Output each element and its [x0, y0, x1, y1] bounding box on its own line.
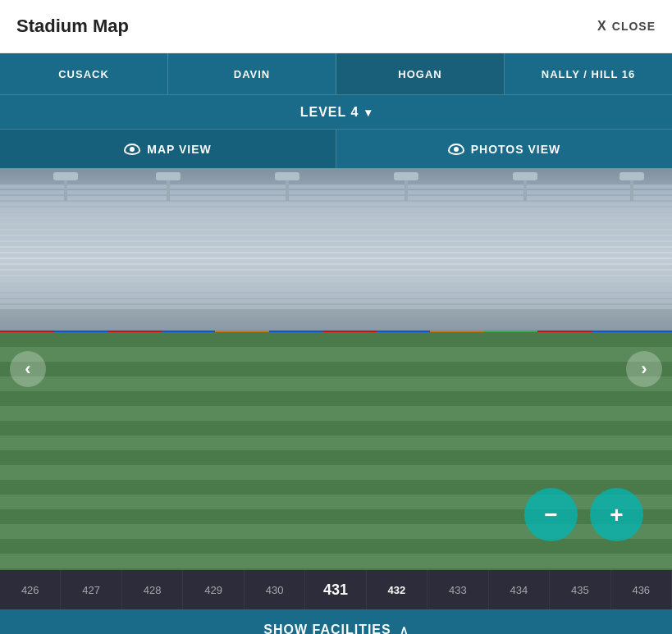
close-button[interactable]: X CLOSE [597, 19, 656, 34]
seat-number-435[interactable]: 435 [550, 570, 610, 609]
floodlight-3 [271, 172, 304, 197]
seat-number-434[interactable]: 434 [489, 570, 550, 609]
seat-row [0, 230, 672, 235]
pitch [0, 332, 672, 570]
map-view-button[interactable]: MAP VIEW [0, 130, 336, 168]
seat-row [0, 202, 672, 206]
seat-row [0, 259, 672, 263]
pitch-stripes [0, 332, 672, 570]
photos-view-button[interactable]: PHOTOS VIEW [336, 130, 672, 168]
seat-number-432[interactable]: 432 [367, 570, 427, 609]
floodlight-5 [509, 172, 542, 197]
seat-row [0, 305, 672, 309]
seat-row [0, 225, 672, 229]
stand-tab-davin[interactable]: DAVIN [168, 53, 336, 94]
floodlight-4 [390, 172, 423, 197]
seat-row [0, 185, 672, 189]
stand-tabs: CUSACKDAVINHOGANNALLY / HILL 16 [0, 53, 672, 94]
left-arrow-icon: ‹ [25, 358, 30, 380]
seat-row [0, 253, 672, 258]
seat-rows [0, 185, 672, 316]
seat-row [0, 219, 672, 223]
close-label: CLOSE [612, 20, 656, 33]
seat-number-428[interactable]: 428 [122, 570, 183, 609]
seat-row [0, 236, 672, 240]
chevron-down-icon: ▾ [365, 106, 372, 119]
floodlight-6 [615, 172, 648, 197]
header: Stadium Map X CLOSE [0, 0, 672, 53]
stand-tab-cusack[interactable]: CUSACK [0, 53, 168, 94]
seat-number-431[interactable]: 431 [305, 570, 366, 609]
right-arrow-icon: › [641, 358, 647, 380]
level-dropdown[interactable]: LEVEL 4 ▾ [300, 105, 373, 120]
eye-icon-2 [448, 144, 464, 155]
seat-row [0, 190, 672, 194]
eye-icon [124, 144, 140, 155]
seat-number-436[interactable]: 436 [611, 570, 672, 609]
seat-number-426[interactable]: 426 [0, 570, 61, 609]
show-facilities-label: SHOW FACILITIES [263, 623, 391, 634]
level-selector: LEVEL 4 ▾ [0, 94, 672, 129]
zoom-in-button[interactable]: + [590, 488, 643, 541]
seat-row [0, 208, 672, 212]
seat-row [0, 242, 672, 246]
minus-icon: − [544, 502, 557, 528]
floodlight-2 [152, 172, 185, 197]
stand-tab-hogan[interactable]: HOGAN [336, 53, 505, 94]
next-arrow-button[interactable]: › [626, 351, 662, 387]
seat-row [0, 265, 672, 269]
seat-number-430[interactable]: 430 [245, 570, 305, 609]
photos-view-label: PHOTOS VIEW [471, 143, 561, 156]
close-x-icon: X [597, 19, 607, 34]
seat-number-427[interactable]: 427 [61, 570, 121, 609]
stand-tab-nally[interactable]: NALLY / HILL 16 [505, 53, 672, 94]
seat-row [0, 271, 672, 275]
zoom-out-button[interactable]: − [524, 488, 578, 541]
plus-icon: + [610, 502, 623, 528]
level-label: LEVEL 4 [300, 105, 359, 120]
view-toggle: MAP VIEW PHOTOS VIEW [0, 129, 672, 168]
seat-row [0, 276, 672, 281]
chevron-up-icon: ∧ [400, 623, 409, 634]
page-title: Stadium Map [16, 16, 129, 37]
prev-arrow-button[interactable]: ‹ [10, 351, 46, 387]
seat-row [0, 248, 672, 252]
seat-row [0, 288, 672, 292]
seat-row [0, 299, 672, 303]
seat-row [0, 282, 672, 286]
seat-number-433[interactable]: 433 [427, 570, 488, 609]
stadium-image: ‹ › − + [0, 168, 672, 570]
show-facilities-button[interactable]: SHOW FACILITIES ∧ [0, 609, 672, 634]
seat-number-strip: 426427428429430431432433434435436 [0, 570, 672, 609]
stands-area [0, 168, 672, 332]
floodlight-1 [49, 172, 82, 197]
seat-row [0, 196, 672, 200]
seat-row [0, 294, 672, 298]
seat-number-429[interactable]: 429 [183, 570, 244, 609]
seat-row [0, 213, 672, 217]
map-view-label: MAP VIEW [147, 143, 212, 156]
